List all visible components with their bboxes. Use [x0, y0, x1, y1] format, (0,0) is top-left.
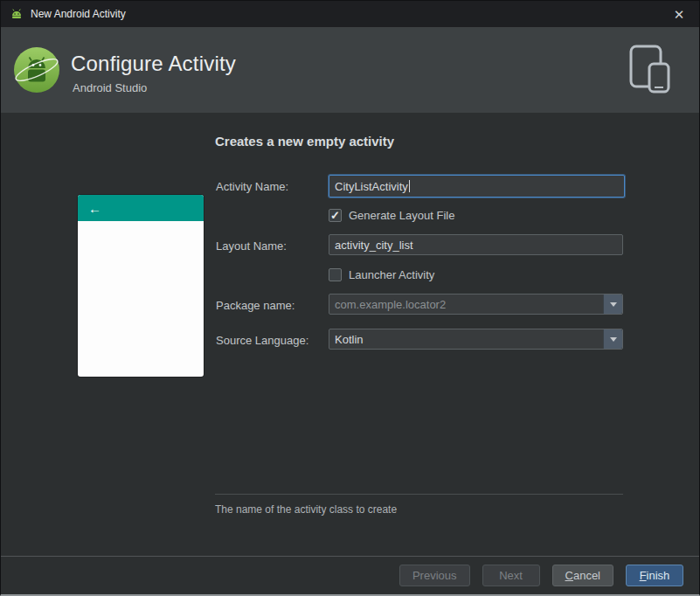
android-studio-logo-icon: [12, 45, 61, 94]
hint-separator: [215, 494, 623, 495]
window-title: New Android Activity: [31, 8, 126, 20]
layout-name-input[interactable]: activity_city_list: [329, 234, 623, 255]
chevron-down-icon: [610, 337, 617, 342]
text-cursor: [409, 180, 410, 192]
activity-name-input[interactable]: CityListActivity: [329, 175, 625, 198]
activity-name-value: CityListActivity: [335, 180, 408, 193]
phone-tablet-icon: [626, 43, 675, 95]
back-arrow-icon: ←: [88, 201, 101, 216]
generate-layout-checkbox[interactable]: ✓: [329, 209, 342, 222]
preview-appbar: ←: [78, 195, 204, 221]
wizard-title: Configure Activity: [71, 52, 236, 76]
layout-name-label: Layout Name:: [216, 239, 287, 253]
previous-button[interactable]: Previous: [399, 565, 470, 586]
field-hint-text: The name of the activity class to create: [215, 503, 397, 516]
dialog-button-bar: Previous Next Cancel Finish: [1, 556, 699, 594]
launcher-activity-checkbox-row[interactable]: Launcher Activity: [329, 268, 434, 281]
layout-name-value: activity_city_list: [335, 239, 413, 252]
cancel-button[interactable]: Cancel: [552, 565, 613, 586]
source-language-value: Kotlin: [335, 333, 364, 346]
new-android-activity-dialog: New Android Activity ✕: [0, 0, 700, 596]
source-language-dropdown-button[interactable]: [603, 329, 622, 349]
wizard-subtitle: Android Studio: [73, 81, 147, 94]
title-bar: New Android Activity ✕: [1, 1, 699, 27]
source-language-dropdown[interactable]: Kotlin: [329, 329, 623, 350]
launcher-activity-checkbox[interactable]: [329, 268, 342, 281]
step-heading: Creates a new empty activity: [215, 134, 394, 149]
package-name-combobox[interactable]: com.example.locator2: [329, 294, 623, 315]
wizard-body: Creates a new empty activity ← Activity …: [1, 113, 699, 556]
next-button[interactable]: Next: [482, 565, 540, 586]
finish-button[interactable]: Finish: [626, 565, 683, 586]
wizard-header: Configure Activity Android Studio: [1, 27, 699, 113]
generate-layout-checkbox-row[interactable]: ✓ Generate Layout File: [329, 209, 454, 222]
package-name-dropdown-button[interactable]: [603, 295, 622, 314]
package-name-label: Package name:: [216, 299, 295, 312]
close-icon[interactable]: ✕: [668, 8, 690, 21]
activity-name-label: Activity Name:: [216, 180, 288, 193]
package-name-value: com.example.locator2: [335, 298, 446, 311]
activity-preview-thumbnail: ←: [78, 195, 204, 377]
android-app-icon: [10, 7, 24, 21]
source-language-label: Source Language:: [216, 334, 308, 347]
launcher-activity-label: Launcher Activity: [349, 268, 434, 281]
generate-layout-label: Generate Layout File: [349, 209, 454, 222]
chevron-down-icon: [610, 302, 617, 307]
